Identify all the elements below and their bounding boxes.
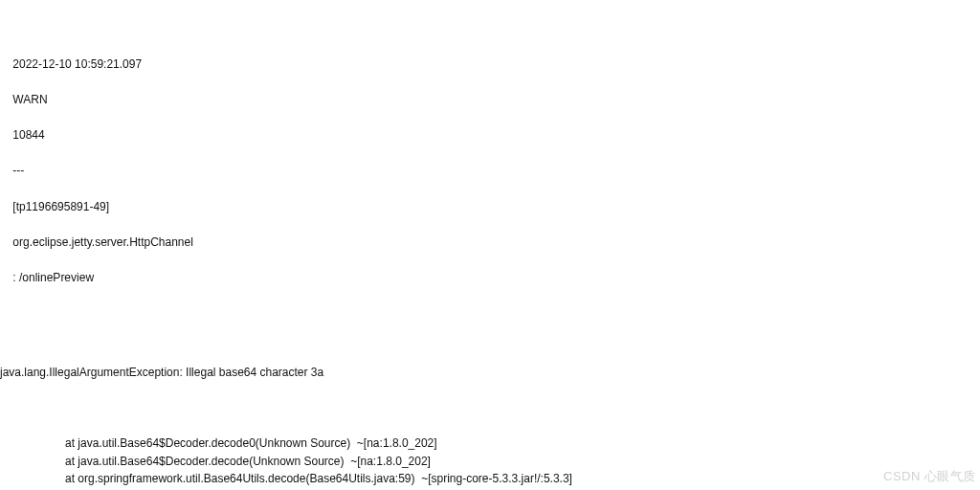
log-level: WARN bbox=[12, 93, 47, 106]
log-timestamp: 2022-12-10 10:59:21.097 bbox=[12, 57, 142, 71]
log-message: : /onlinePreview bbox=[12, 271, 94, 284]
stack-frame: at org.springframework.util.Base64Utils.… bbox=[0, 470, 980, 488]
log-separator: --- bbox=[12, 164, 24, 177]
log-logger: org.eclipse.jetty.server.HttpChannel bbox=[12, 235, 193, 249]
log-header-line: 2022-12-10 10:59:21.097 WARN 10844 --- [… bbox=[0, 37, 980, 310]
stack-frame: at java.util.Base64$Decoder.decode0(Unkn… bbox=[0, 434, 980, 453]
stack-trace: at java.util.Base64$Decoder.decode0(Unkn… bbox=[0, 434, 980, 490]
exception-line: java.lang.IllegalArgumentException: Ille… bbox=[0, 364, 980, 382]
stack-frame: at java.util.Base64$Decoder.decode(Unkno… bbox=[0, 453, 980, 471]
log-pid: 10844 bbox=[12, 128, 44, 142]
log-output: 2022-12-10 10:59:21.097 WARN 10844 --- [… bbox=[0, 0, 980, 490]
log-thread: [tp1196695891-49] bbox=[12, 200, 109, 213]
